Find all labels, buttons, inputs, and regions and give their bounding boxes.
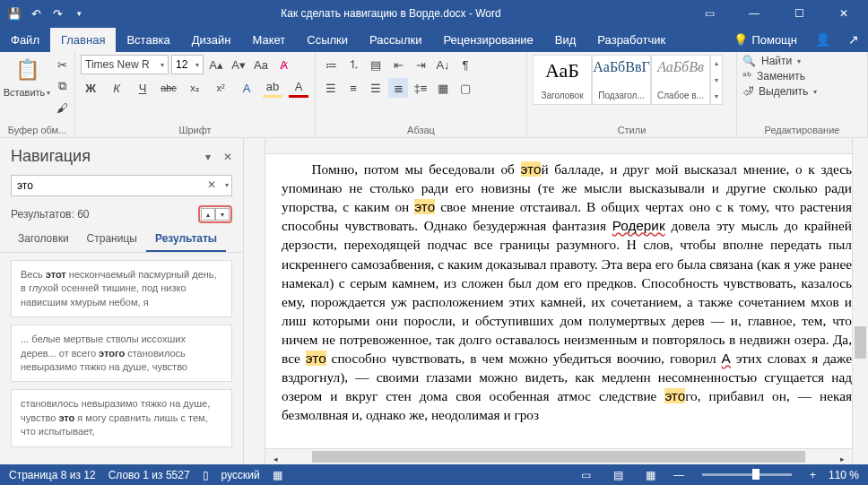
tab-view[interactable]: Вид — [544, 28, 587, 52]
tell-me[interactable]: 💡 Помощн — [725, 28, 806, 52]
chevron-down-icon: ▾ — [161, 61, 164, 69]
styles-group-label: Стили — [533, 123, 731, 135]
zoom-slider[interactable] — [702, 473, 792, 476]
bullets-icon[interactable]: ≔ — [321, 55, 341, 74]
cut-icon[interactable]: ✂ — [52, 55, 72, 74]
document-page[interactable]: Помню, потом мы беседовали об этой балла… — [265, 154, 852, 448]
font-size-input[interactable]: 12▾ — [171, 55, 204, 74]
read-mode-icon[interactable]: ▭ — [577, 468, 596, 482]
redo-icon[interactable]: ↷ — [50, 6, 65, 21]
web-layout-icon[interactable]: ▦ — [641, 468, 661, 482]
search-options-icon[interactable]: ▾ — [225, 181, 229, 189]
underline-button[interactable]: Ч — [133, 78, 152, 98]
zoom-percent[interactable]: 110 % — [829, 469, 859, 481]
tab-review[interactable]: Рецензирование — [432, 28, 543, 52]
replace-button[interactable]: ᵃᵇ Заменить — [742, 70, 817, 82]
superscript-button[interactable]: x² — [211, 78, 230, 98]
format-painter-icon[interactable]: 🖌 — [52, 98, 72, 117]
save-icon[interactable]: 💾 — [7, 6, 22, 21]
status-page[interactable]: Страница 8 из 12 — [9, 469, 96, 481]
justify-icon[interactable]: ≣ — [388, 78, 408, 98]
nav-tab-pages[interactable]: Страницы — [78, 227, 146, 252]
undo-icon[interactable]: ↶ — [29, 6, 43, 21]
bold-button[interactable]: Ж — [81, 78, 100, 98]
tab-insert[interactable]: Вставка — [116, 28, 180, 52]
align-center-icon[interactable]: ≡ — [343, 78, 363, 98]
sort-icon[interactable]: A↓ — [433, 55, 453, 74]
align-right-icon[interactable]: ☰ — [366, 78, 386, 98]
status-words[interactable]: Слово 1 из 5527 — [108, 469, 190, 481]
numbering-icon[interactable]: ⒈ — [343, 55, 363, 74]
clear-formatting-icon[interactable]: A̷ — [273, 55, 293, 74]
tab-developer[interactable]: Разработчик — [586, 28, 676, 52]
style-subtle[interactable]: АаБбВв Слабое в... — [651, 55, 710, 105]
italic-button[interactable]: К — [107, 78, 126, 98]
tab-file[interactable]: Файл — [0, 28, 50, 52]
style-heading[interactable]: АаБ Заголовок — [533, 55, 592, 105]
tab-design[interactable]: Дизайн — [181, 28, 242, 52]
share-icon[interactable]: 👤 — [806, 27, 839, 52]
chevron-up-icon: ▴ — [715, 59, 718, 67]
shrink-font-icon[interactable]: A▾ — [229, 55, 248, 74]
clear-search-icon[interactable]: ✕ — [207, 178, 216, 191]
vertical-scrollbar[interactable] — [852, 138, 868, 464]
tab-mailings[interactable]: Рассылки — [359, 28, 432, 52]
select-button[interactable]: ⮰ Выделить ▾ — [742, 85, 817, 98]
zoom-in-icon[interactable]: + — [810, 469, 816, 481]
ribbon-display-icon[interactable]: ▭ — [689, 0, 730, 27]
borders-icon[interactable]: ▢ — [456, 78, 475, 98]
nav-result-item[interactable]: становилось невыразимо тяжко на душе, чу… — [11, 389, 232, 446]
multilevel-icon[interactable]: ▤ — [366, 55, 386, 74]
scroll-left-icon[interactable]: ◂ — [265, 449, 285, 469]
zoom-out-icon[interactable]: ― — [673, 469, 684, 481]
nav-search-input[interactable] — [11, 175, 232, 196]
print-layout-icon[interactable]: ▤ — [609, 468, 629, 482]
nav-pane-title: Навигация — [11, 147, 91, 166]
tab-home[interactable]: Главная — [50, 28, 116, 52]
copy-icon[interactable]: ⧉ — [52, 76, 72, 96]
subscript-button[interactable]: x₂ — [185, 78, 204, 98]
status-language[interactable]: русский — [221, 469, 260, 481]
tab-layout[interactable]: Макет — [241, 28, 296, 52]
maximize-icon[interactable]: ☐ — [778, 0, 820, 27]
find-button[interactable]: 🔍 Найти ▾ — [742, 55, 817, 67]
nav-close-icon[interactable]: ✕ — [223, 151, 232, 163]
close-icon[interactable]: ✕ — [823, 0, 864, 27]
styles-more-button[interactable]: ▴ ▾ ▾ — [710, 55, 723, 105]
decrease-indent-icon[interactable]: ⇤ — [388, 55, 408, 74]
style-subtitle[interactable]: АaБбВвГ Подзагол... — [592, 55, 651, 105]
next-result-button[interactable]: ▾ — [215, 208, 230, 221]
status-spellcheck-icon[interactable]: ▯ — [203, 469, 209, 481]
qat-dropdown-icon[interactable]: ▾ — [72, 6, 86, 21]
tab-references[interactable]: Ссылки — [296, 28, 359, 52]
align-left-icon[interactable]: ☰ — [321, 78, 341, 98]
font-color-icon[interactable]: A — [289, 78, 308, 98]
nav-dropdown-icon[interactable]: ▾ — [205, 151, 211, 163]
share-button[interactable]: ↗ — [839, 27, 868, 52]
show-marks-icon[interactable]: ¶ — [456, 55, 475, 74]
chevron-down-icon: ▾ — [797, 57, 801, 65]
paste-icon[interactable]: 📋 — [12, 55, 42, 85]
line-spacing-icon[interactable]: ‡≡ — [411, 78, 430, 98]
font-name-input[interactable]: Times New R▾ — [81, 55, 169, 74]
nav-tab-headings[interactable]: Заголовки — [9, 227, 78, 252]
minimize-icon[interactable]: ― — [733, 0, 775, 27]
grow-font-icon[interactable]: A▴ — [206, 55, 226, 74]
status-macro-icon[interactable]: ▦ — [273, 469, 282, 481]
increase-indent-icon[interactable]: ⇥ — [411, 55, 430, 74]
nav-result-item[interactable]: ... белые мертвые стволы иссохших дерев.… — [11, 325, 232, 382]
change-case-icon[interactable]: Aa — [251, 55, 271, 74]
nav-tab-results[interactable]: Результаты — [146, 227, 226, 252]
paste-button[interactable]: Вставить ▾ — [4, 87, 51, 98]
horizontal-scrollbar[interactable] — [285, 449, 832, 464]
text-effects-icon[interactable]: A — [237, 78, 256, 98]
shading-icon[interactable]: ▦ — [433, 78, 453, 98]
nav-result-item[interactable]: Весь этот нескончаемый пасмурный день, в… — [11, 260, 232, 317]
chevron-down-icon: ▾ — [195, 61, 199, 69]
select-icon: ⮰ — [742, 85, 753, 98]
nav-result-count: Результатов: 60 — [11, 208, 90, 221]
prev-result-button[interactable]: ▴ — [201, 208, 215, 221]
highlight-icon[interactable]: ab — [263, 78, 282, 98]
scroll-right-icon[interactable]: ▸ — [832, 449, 852, 469]
strike-button[interactable]: abc — [159, 78, 178, 98]
